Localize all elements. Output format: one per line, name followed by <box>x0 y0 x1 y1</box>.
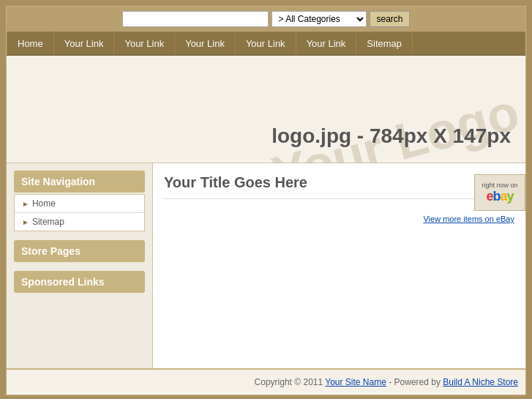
nav-link4[interactable]: Your Link <box>236 32 296 55</box>
sidebar: Site Navigation ► Home ► Sitemap Store P… <box>7 163 153 368</box>
nav-link2[interactable]: Your Link <box>114 32 175 55</box>
sidebar-home-label: Home <box>32 198 56 209</box>
right-content: Your Title Goes Here right now on ebay V… <box>153 163 525 368</box>
sidebar-item-sitemap[interactable]: ► Sitemap <box>15 213 144 231</box>
category-select[interactable]: > All Categories <box>271 11 367 27</box>
ebay-logo: ebay <box>486 189 513 204</box>
footer-copyright: Copyright © 2011 <box>255 377 326 387</box>
store-pages-header: Store Pages <box>14 240 145 262</box>
top-bar: > All Categories search <box>7 7 525 31</box>
ebay-right-now-label: right now on <box>482 182 517 189</box>
main-content: Site Navigation ► Home ► Sitemap Store P… <box>7 163 525 368</box>
ebay-widget: right now on ebay <box>474 174 525 211</box>
footer-site-name-link[interactable]: Your Site Name <box>325 377 386 387</box>
sponsored-links-header: Sponsored Links <box>14 271 145 293</box>
logo-label: logo.jpg - 784px X 147px <box>271 124 511 148</box>
sidebar-sitemap-label: Sitemap <box>32 217 64 227</box>
search-button[interactable]: search <box>370 11 409 27</box>
nav-link1[interactable]: Your Link <box>54 32 115 55</box>
page-title: Your Title Goes Here <box>164 174 514 199</box>
logo-area: Your Logo Your Logo Your Logo Your Logo … <box>7 56 525 163</box>
sidebar-item-home[interactable]: ► Home <box>15 195 144 213</box>
ebay-box: right now on ebay <box>474 174 525 211</box>
arrow-icon-home: ► <box>22 200 29 208</box>
page-wrapper: > All Categories search Home Your Link Y… <box>0 0 532 399</box>
inner-wrapper: > All Categories search Home Your Link Y… <box>6 6 526 395</box>
footer: Copyright © 2011 Your Site Name - Powere… <box>7 368 525 395</box>
nav-bar: Home Your Link Your Link Your Link Your … <box>7 31 525 56</box>
nav-link5[interactable]: Your Link <box>296 32 357 55</box>
nav-home[interactable]: Home <box>7 32 54 55</box>
nav-sitemap[interactable]: Sitemap <box>356 32 413 55</box>
footer-powered-by: - Powered by <box>386 377 443 387</box>
site-navigation-header: Site Navigation <box>14 171 145 193</box>
search-input[interactable] <box>122 11 269 27</box>
view-more-ebay-link[interactable]: View more items on eBay <box>423 215 514 223</box>
nav-link3[interactable]: Your Link <box>175 32 236 55</box>
footer-powered-link[interactable]: Build A Niche Store <box>443 377 518 387</box>
sidebar-nav-list: ► Home ► Sitemap <box>14 194 145 231</box>
arrow-icon-sitemap: ► <box>22 218 29 226</box>
